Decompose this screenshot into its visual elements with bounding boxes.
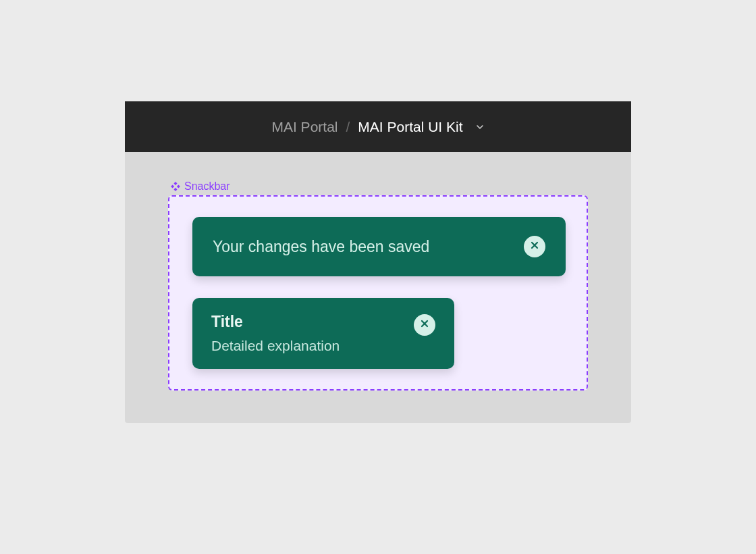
snackbar-text-column: Title Detailed explanation <box>211 313 340 354</box>
close-icon <box>420 319 429 331</box>
frame-label-wrap[interactable]: Snackbar <box>171 180 230 193</box>
snackbar-title: Title <box>211 313 340 331</box>
design-window: MAI Portal / MAI Portal UI Kit Snac <box>125 101 631 423</box>
breadcrumb-parent[interactable]: MAI Portal <box>271 119 338 135</box>
svg-rect-1 <box>173 188 177 191</box>
breadcrumb-separator: / <box>346 119 350 135</box>
frame-label: Snackbar <box>184 180 230 193</box>
snackbar-frame[interactable]: Your changes have been saved Title Detai… <box>168 195 588 391</box>
svg-rect-0 <box>173 182 177 185</box>
header-bar: MAI Portal / MAI Portal UI Kit <box>125 101 631 152</box>
snackbar-detailed[interactable]: Title Detailed explanation <box>192 298 454 369</box>
svg-rect-3 <box>177 184 180 188</box>
close-button[interactable] <box>414 314 435 336</box>
close-icon <box>530 241 539 253</box>
chevron-down-icon[interactable] <box>475 122 485 132</box>
snackbar-detail: Detailed explanation <box>211 338 340 354</box>
component-icon <box>171 182 180 191</box>
breadcrumb-current[interactable]: MAI Portal UI Kit <box>358 119 462 135</box>
canvas-area[interactable]: Snackbar Your changes have been saved Ti… <box>125 152 631 423</box>
snackbar-simple[interactable]: Your changes have been saved <box>192 217 566 276</box>
svg-rect-2 <box>171 184 174 188</box>
snackbar-message: Your changes have been saved <box>213 238 429 256</box>
close-button[interactable] <box>524 236 545 257</box>
